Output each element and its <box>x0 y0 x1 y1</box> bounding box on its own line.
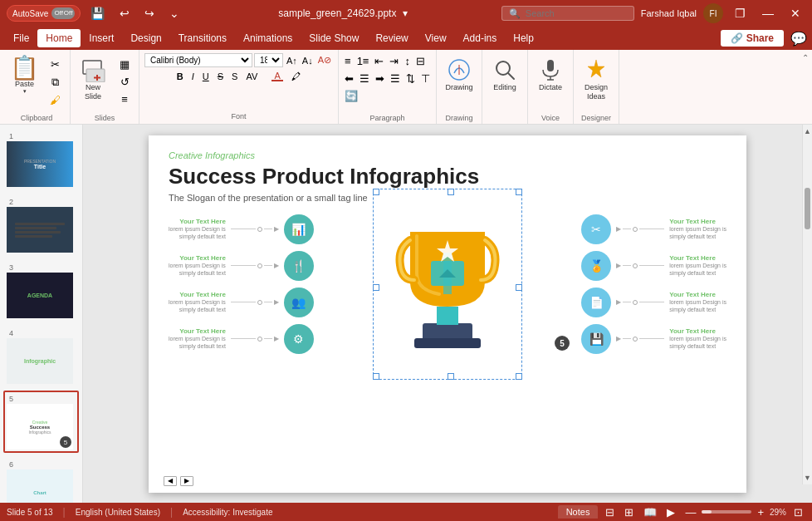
design-ideas-button[interactable]: DesignIdeas <box>577 53 615 105</box>
bullets-button[interactable]: ≡ <box>342 53 354 69</box>
drawing-button[interactable]: Drawing <box>440 53 478 96</box>
underline-button[interactable]: U <box>199 70 213 83</box>
language-indicator[interactable]: English (United States) <box>76 508 160 517</box>
fontcolor-button[interactable]: A <box>268 69 286 83</box>
line-spacing-button[interactable]: ↕ <box>402 53 413 69</box>
reading-view-button[interactable]: 📖 <box>641 505 659 519</box>
prev-slide-btn[interactable]: ◀ <box>164 476 177 486</box>
zoom-in-button[interactable]: + <box>755 505 766 519</box>
align-right-button[interactable]: ➡ <box>373 71 387 86</box>
bold-button[interactable]: B <box>174 70 187 83</box>
normal-view-button[interactable]: ⊟ <box>603 505 617 519</box>
cut-button[interactable]: ✂ <box>47 57 63 72</box>
voice-label: Voice <box>541 112 560 122</box>
editing-icon <box>492 57 518 83</box>
font-name-select[interactable]: Calibri (Body) <box>144 53 252 67</box>
italic-button[interactable]: I <box>188 70 198 83</box>
menu-view[interactable]: View <box>417 29 455 47</box>
accessibility-indicator[interactable]: Accessibility: Investigate <box>183 508 272 517</box>
menu-transitions[interactable]: Transitions <box>170 29 235 47</box>
close-button[interactable]: ✕ <box>785 5 805 22</box>
slide-thumb-6[interactable]: 6 Chart <box>3 456 79 503</box>
vertical-scrollbar[interactable]: ▲ ▼ <box>802 125 812 484</box>
undo-button[interactable]: ↩ <box>115 5 135 22</box>
align-left-button[interactable]: ⬅ <box>342 71 356 86</box>
slide-thumb-4[interactable]: 4 Infographic <box>3 325 79 387</box>
menu-review[interactable]: Review <box>367 29 416 47</box>
justify-button[interactable]: ☰ <box>388 71 403 86</box>
handle-ml[interactable] <box>373 284 379 291</box>
autosave-badge[interactable]: AutoSave Off <box>7 5 81 22</box>
slide-canvas[interactable]: Creative Infographics Success Product In… <box>149 135 746 493</box>
menu-help[interactable]: Help <box>505 29 542 47</box>
handle-tl[interactable] <box>373 189 379 195</box>
direction-button[interactable]: ⇅ <box>404 71 418 86</box>
svg-rect-1 <box>86 69 105 82</box>
layout-button[interactable]: ▦ <box>117 57 132 72</box>
clipboard-buttons: 📋 Paste ▾ ✂ ⧉ 🖌 <box>7 53 66 111</box>
menu-home[interactable]: Home <box>37 29 81 47</box>
section-button[interactable]: ≡ <box>117 91 132 107</box>
align-text-button[interactable]: ⊤ <box>418 71 433 86</box>
slideshow-button[interactable]: ▶ <box>664 505 677 519</box>
menu-design[interactable]: Design <box>122 29 169 47</box>
reset-button[interactable]: ↺ <box>117 74 132 90</box>
autosave-toggle[interactable]: Off <box>51 7 75 19</box>
shadow-button[interactable]: S <box>228 70 241 83</box>
handle-mr[interactable] <box>516 284 522 291</box>
slide-thumb-5[interactable]: 5 Creative Success Infographics 5 <box>3 391 79 453</box>
strikethrough-button[interactable]: S <box>214 70 227 83</box>
zoom-slider[interactable] <box>702 510 751 514</box>
clear-format-button[interactable]: A⊘ <box>316 54 333 66</box>
menu-insert[interactable]: Insert <box>81 29 122 47</box>
share-button[interactable]: 🔗 Share <box>721 30 784 47</box>
slide-thumb-1[interactable]: 1 PRESENTATION Title <box>3 128 79 190</box>
editing-button[interactable]: Editing <box>486 53 524 96</box>
handle-tr[interactable] <box>516 189 522 195</box>
menu-addins[interactable]: Add-ins <box>455 29 506 47</box>
customize-button[interactable]: ⌄ <box>164 5 184 22</box>
slide-sorter-button[interactable]: ⊞ <box>622 505 636 519</box>
new-slide-button[interactable]: NewSlide <box>74 53 112 105</box>
highlight-button[interactable]: 🖍 <box>288 70 304 83</box>
slide-thumb-2[interactable]: 2 <box>3 194 79 256</box>
columns-button[interactable]: ⊟ <box>413 53 428 69</box>
canvas-wrapper[interactable]: Creative Infographics Success Product In… <box>83 125 812 503</box>
decrease-font-button[interactable]: A↓ <box>301 55 315 66</box>
align-center-button[interactable]: ☰ <box>357 71 372 86</box>
charspacing-button[interactable]: AV <box>242 70 261 83</box>
notes-tab[interactable]: Notes <box>558 505 599 519</box>
menu-file[interactable]: File <box>5 29 37 47</box>
handle-bl[interactable] <box>373 373 379 380</box>
handle-tm[interactable] <box>448 189 454 195</box>
format-painter-button[interactable]: 🖌 <box>47 92 63 108</box>
search-input[interactable] <box>501 6 634 21</box>
numbering-button[interactable]: 1≡ <box>355 53 372 69</box>
menu-animations[interactable]: Animations <box>235 29 301 47</box>
copy-button[interactable]: ⧉ <box>47 74 63 91</box>
comment-button[interactable]: 💬 <box>790 31 807 47</box>
scroll-thumb[interactable] <box>805 188 810 229</box>
increase-indent-button[interactable]: ⇥ <box>387 53 401 69</box>
dropdown-arrow[interactable]: ▾ <box>403 7 408 19</box>
handle-bm[interactable] <box>448 373 454 380</box>
slide-thumb-3[interactable]: 3 AGENDA <box>3 259 79 322</box>
increase-font-button[interactable]: A↑ <box>285 55 299 66</box>
paste-button[interactable]: 📋 Paste ▾ <box>7 53 42 98</box>
fit-slide-button[interactable]: ⊡ <box>791 505 805 519</box>
handle-br[interactable] <box>516 373 522 380</box>
font-size-select[interactable]: 18 <box>254 53 283 67</box>
ribbon-collapse-button[interactable]: ⌃ <box>802 53 809 62</box>
scroll-up-button[interactable]: ▲ <box>803 125 812 138</box>
minimize-button[interactable]: — <box>757 5 779 22</box>
dictate-button[interactable]: Dictate <box>531 53 570 96</box>
convert-smartart-button[interactable]: 🔄 <box>342 88 360 104</box>
restore-button[interactable]: ❐ <box>730 5 751 22</box>
zoom-out-button[interactable]: — <box>682 505 698 519</box>
menu-slideshow[interactable]: Slide Show <box>301 29 367 47</box>
decrease-indent-button[interactable]: ⇤ <box>372 53 386 69</box>
redo-button[interactable]: ↪ <box>139 5 159 22</box>
scroll-down-button[interactable]: ▼ <box>803 471 812 484</box>
next-slide-btn[interactable]: ▶ <box>180 476 193 486</box>
save-button[interactable]: 💾 <box>86 5 110 22</box>
